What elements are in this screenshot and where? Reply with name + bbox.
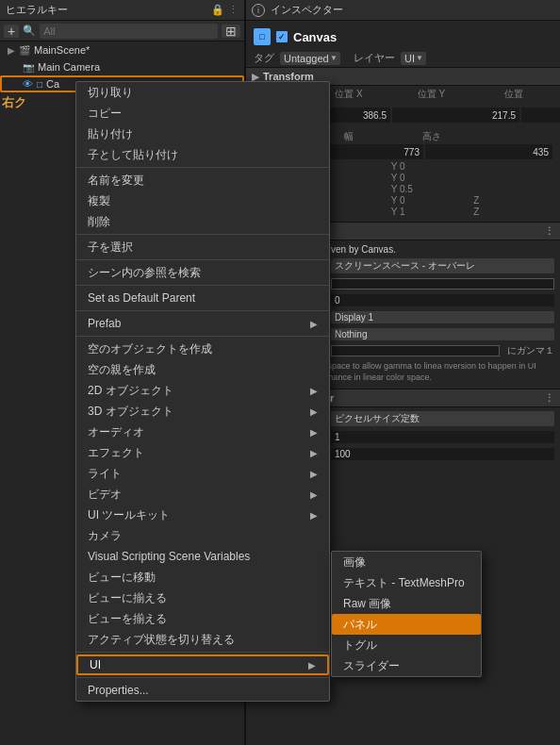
hierarchy-options-button[interactable]: ⊞ <box>222 25 240 38</box>
submenu-toggle[interactable]: トグル <box>332 635 481 655</box>
lock-icon[interactable]: 🔒 <box>211 4 224 16</box>
search-icon: 🔍 <box>23 25 36 37</box>
ctx-rename[interactable]: 名前を変更 <box>76 170 329 190</box>
hierarchy-search-input[interactable] <box>40 24 218 39</box>
height-field[interactable]: 435 <box>425 144 552 159</box>
ctx-create-empty-parent[interactable]: 空の親を作成 <box>76 359 329 380</box>
ctx-paste-as-child[interactable]: 子として貼り付け <box>76 144 329 165</box>
ctx-sep-7 <box>76 652 329 653</box>
ctx-align-view-to[interactable]: ビューに揃える <box>76 588 329 608</box>
ctx-duplicate[interactable]: 複製 <box>76 190 329 211</box>
ctx-ui[interactable]: UI ▶ <box>76 654 329 675</box>
camera-icon: 📷 <box>23 62 34 73</box>
submenu-panel[interactable]: パネル <box>332 614 481 635</box>
effect-checkbox[interactable] <box>331 278 554 290</box>
hierarchy-item-maincamera[interactable]: 📷 Main Camera <box>0 58 244 75</box>
layer-dropdown-wrap: UI <box>401 52 426 65</box>
ctx-find-refs[interactable]: シーン内の参照を検索 <box>76 262 329 283</box>
scale-mode-dropdown[interactable]: ピクセルサイズ定数 <box>331 411 554 426</box>
ctx-ui-toolkit[interactable]: UI ツールキット ▶ <box>76 505 329 525</box>
layer-label: レイヤー <box>354 51 395 65</box>
effect-value: 0 <box>331 294 554 306</box>
scene-icon: 🎬 <box>19 45 30 56</box>
render-mode-dropdown[interactable]: スクリーンスペース - オーバーレ <box>331 258 554 273</box>
pos-y-field[interactable]: 217.5 <box>392 108 519 123</box>
ctx-set-default-parent[interactable]: Set as Default Parent <box>76 288 329 308</box>
ctx-camera[interactable]: カメラ <box>76 525 329 546</box>
ctx-delete[interactable]: 削除 <box>76 211 329 232</box>
gamma-label: にガンマ１ <box>507 344 554 357</box>
ctx-3d-object[interactable]: 3D オブジェクト ▶ <box>76 401 329 422</box>
prefab-arrow: ▶ <box>310 319 318 329</box>
submenu-raw-image[interactable]: Raw 画像 <box>332 593 481 614</box>
active-checkbox[interactable]: ✓ <box>276 31 288 42</box>
scaler-section-menu[interactable]: ⋮ <box>544 392 554 405</box>
ctx-effects[interactable]: エフェクト ▶ <box>76 442 329 463</box>
scale-factor-value: 1 <box>331 431 554 443</box>
more-options-icon[interactable]: ⋮ <box>228 4 239 16</box>
ctx-sep-6 <box>76 336 329 337</box>
canvas-obj-icon: □ <box>254 28 271 45</box>
ctx-cut[interactable]: 切り取り <box>76 82 329 103</box>
transform-arrow: ▶ <box>252 72 259 82</box>
mainscene-label: MainScene* <box>34 44 90 56</box>
expand-arrow-mainscene: ▶ <box>8 45 15 56</box>
ctx-properties[interactable]: Properties... <box>76 680 329 701</box>
ctx-create-empty[interactable]: 空のオブジェクトを作成 <box>76 339 329 359</box>
audio-arrow: ▶ <box>310 427 318 438</box>
submenu-slider[interactable]: スライダー <box>332 655 481 676</box>
ctx-copy[interactable]: コピー <box>76 103 329 124</box>
maincamera-label: Main Camera <box>38 61 100 73</box>
hierarchy-item-mainscene[interactable]: ▶ 🎬 MainScene* <box>0 41 244 58</box>
canvas-name-row: □ ✓ Canvas <box>246 25 560 49</box>
2d-arrow: ▶ <box>310 386 318 396</box>
ctx-sep-5 <box>76 310 329 311</box>
ui-arrow: ▶ <box>308 660 316 670</box>
ctx-view-move[interactable]: ビューに移動 <box>76 567 329 588</box>
height-header: 高さ <box>391 130 472 143</box>
ctx-toggle-active[interactable]: アクティブ状態を切り替える <box>76 629 329 650</box>
ctx-sep-2 <box>76 234 329 235</box>
3d-arrow: ▶ <box>310 406 318 417</box>
pos-z-header: 位置 <box>473 88 554 101</box>
ref-px-value: 100 <box>331 448 554 460</box>
ctx-2d-object[interactable]: 2D オブジェクト ▶ <box>76 380 329 401</box>
layer-dropdown[interactable]: UI <box>401 52 426 65</box>
canvas-driven-text: ven by Canvas. <box>331 244 554 255</box>
hierarchy-toolbar: + 🔍 ⊞ <box>0 21 244 41</box>
ctx-paste[interactable]: 貼り付け <box>76 124 329 144</box>
effects-arrow: ▶ <box>310 448 318 458</box>
tag-label: タグ <box>254 51 274 65</box>
canvas-section-menu[interactable]: ⋮ <box>544 225 554 238</box>
ctx-prefab[interactable]: Prefab ▶ <box>76 313 329 334</box>
light-arrow: ▶ <box>310 469 318 479</box>
gamma-checkbox[interactable] <box>331 345 500 356</box>
add-hierarchy-button[interactable]: + <box>4 25 19 38</box>
ctx-audio[interactable]: オーディオ ▶ <box>76 422 329 442</box>
display-dropdown[interactable]: Display 1 <box>331 311 554 323</box>
ctx-align-view[interactable]: ビューを揃える <box>76 608 329 629</box>
ctx-visual-scripting[interactable]: Visual Scripting Scene Variables <box>76 546 329 567</box>
ctx-video[interactable]: ビデオ ▶ <box>76 484 329 505</box>
hierarchy-header: ヒエラルキー 🔒 ⋮ <box>0 0 244 21</box>
pos-z-field[interactable]: 0 <box>521 108 560 123</box>
channel-dropdown[interactable]: Nothing <box>331 328 554 340</box>
tag-dropdown-wrap: Untagged <box>280 52 340 65</box>
canvas-label: Ca <box>46 78 59 90</box>
visibility-icon: 👁 <box>23 78 33 90</box>
ui-toolkit-arrow: ▶ <box>310 510 318 521</box>
canvas-icon: □ <box>37 79 42 90</box>
ctx-light[interactable]: ライト ▶ <box>76 463 329 484</box>
submenu-textmeshpro[interactable]: テキスト - TextMeshPro <box>332 572 481 593</box>
inspector-header: i インスペクター <box>246 0 560 21</box>
video-arrow: ▶ <box>310 489 318 500</box>
submenu-image[interactable]: 画像 <box>332 552 481 572</box>
inspector-title: インスペクター <box>271 3 343 17</box>
pos-y-header: 位置 Y <box>391 88 472 101</box>
ctx-select-children[interactable]: 子を選択 <box>76 237 329 257</box>
ctx-sep-1 <box>76 167 329 168</box>
ui-submenu: 画像 テキスト - TextMeshPro Raw 画像 パネル トグル スライ… <box>331 551 482 677</box>
tag-dropdown[interactable]: Untagged <box>280 52 340 65</box>
canvas-name-label: Canvas <box>293 30 337 44</box>
right-click-label: 右ク <box>2 94 26 111</box>
